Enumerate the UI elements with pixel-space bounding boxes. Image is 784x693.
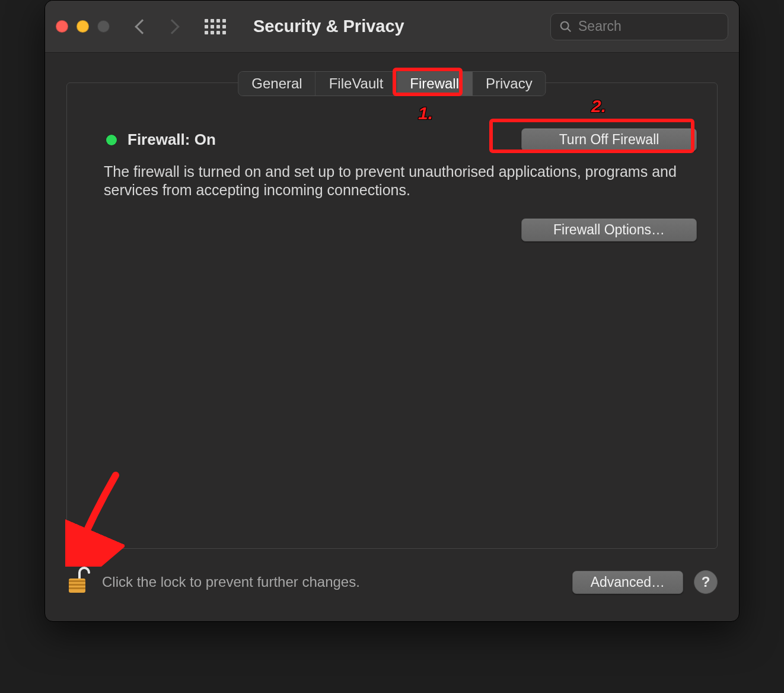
tab-filevault[interactable]: FileVault	[316, 72, 397, 96]
search-input[interactable]	[578, 18, 719, 34]
close-window-button[interactable]	[56, 20, 68, 33]
forward-button	[164, 19, 179, 34]
lock-icon[interactable]	[66, 567, 90, 597]
back-button[interactable]	[135, 19, 149, 34]
preferences-window: Security & Privacy General FileVault Fir…	[44, 0, 740, 622]
firewall-description: The firewall is turned on and set up to …	[104, 163, 680, 200]
svg-line-1	[568, 28, 571, 31]
svg-rect-4	[69, 584, 85, 586]
turn-off-firewall-button[interactable]: Turn Off Firewall	[521, 128, 697, 151]
minimize-window-button[interactable]	[77, 20, 89, 33]
window-controls	[56, 20, 110, 33]
svg-point-0	[561, 21, 569, 29]
firewall-status-row: Firewall: On Turn Off Firewall	[106, 128, 697, 151]
help-button[interactable]: ?	[694, 570, 718, 594]
window-title: Security & Privacy	[253, 17, 404, 36]
content-panel: General FileVault Firewall Privacy 1. Fi…	[66, 82, 718, 549]
lock-hint-label: Click the lock to prevent further change…	[102, 574, 360, 590]
tab-general[interactable]: General	[238, 72, 315, 96]
firewall-status-label: Firewall: On	[128, 131, 216, 149]
search-field[interactable]	[550, 13, 728, 40]
nav-arrows	[137, 21, 177, 32]
titlebar: Security & Privacy	[45, 1, 739, 53]
svg-rect-3	[69, 580, 85, 582]
firewall-options-button[interactable]: Firewall Options…	[521, 218, 697, 241]
annotation-label-2: 2.	[591, 96, 606, 116]
svg-rect-5	[69, 587, 85, 589]
search-icon	[559, 20, 572, 33]
tab-privacy[interactable]: Privacy	[473, 72, 546, 96]
advanced-button[interactable]: Advanced…	[572, 571, 683, 594]
status-indicator-icon	[106, 135, 117, 145]
footer: Click the lock to prevent further change…	[45, 555, 739, 621]
show-all-icon[interactable]	[205, 19, 226, 34]
zoom-window-button[interactable]	[97, 20, 110, 33]
annotation-label-1: 1.	[418, 103, 433, 123]
tab-firewall[interactable]: Firewall	[397, 72, 473, 96]
tab-bar: General FileVault Firewall Privacy	[238, 71, 546, 96]
